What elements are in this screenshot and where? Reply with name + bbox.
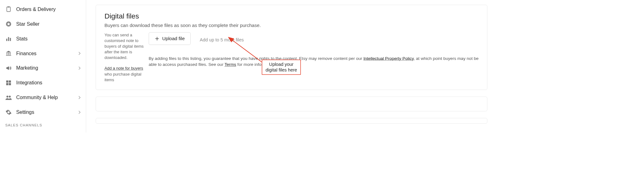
sidebar-item-integrations[interactable]: Integrations — [0, 76, 86, 90]
svg-point-15 — [6, 96, 8, 98]
sidebar-item-marketing[interactable]: Marketing — [0, 61, 86, 76]
sidebar-item-orders-delivery[interactable]: Orders & Delivery — [0, 2, 86, 17]
svg-rect-12 — [9, 81, 11, 83]
sidebar-item-label: Marketing — [16, 65, 78, 71]
chevron-right-icon — [78, 66, 81, 70]
svg-rect-10 — [6, 55, 11, 56]
star-badge-icon — [5, 21, 12, 27]
svg-point-16 — [9, 96, 11, 98]
sidebar-section-sales-channels: SALES CHANNELS — [0, 119, 86, 130]
main-content: Digital files Buyers can download these … — [86, 0, 487, 132]
sidebar-item-label: Finances — [16, 50, 78, 56]
sidebar-item-star-seller[interactable]: Star Seller — [0, 17, 86, 31]
annotation-line1: Upload your — [266, 61, 297, 67]
sidebar-item-community-help[interactable]: Community & Help — [0, 90, 86, 105]
bank-icon — [5, 50, 12, 57]
chevron-right-icon — [78, 96, 81, 99]
sidebar-item-settings[interactable]: Settings — [0, 105, 86, 120]
svg-rect-3 — [6, 39, 7, 41]
sidebar-item-stats[interactable]: Stats — [0, 31, 86, 46]
chevron-right-icon — [78, 111, 81, 114]
clipboard-icon — [5, 6, 12, 13]
sidebar-item-label: Orders & Delivery — [16, 6, 80, 12]
grid-icon — [5, 80, 12, 86]
annotation-line2: digital files here — [266, 67, 297, 73]
sidebar-item-label: Stats — [16, 36, 80, 41]
svg-rect-9 — [10, 53, 11, 55]
svg-rect-0 — [7, 7, 10, 12]
sidebar: Orders & Delivery Star Seller Stats Fina… — [0, 0, 86, 132]
megaphone-icon — [5, 65, 12, 72]
chevron-right-icon — [78, 52, 81, 55]
bar-chart-icon — [5, 35, 12, 42]
sidebar-item-label: Community & Help — [16, 95, 78, 100]
svg-rect-4 — [8, 37, 9, 41]
svg-rect-11 — [6, 81, 8, 83]
sidebar-item-label: Integrations — [16, 80, 80, 86]
svg-rect-6 — [7, 53, 7, 55]
svg-rect-5 — [10, 38, 11, 41]
annotation-arrow — [86, 0, 372, 100]
svg-rect-8 — [9, 53, 9, 55]
gear-icon — [5, 109, 12, 115]
svg-rect-14 — [9, 83, 11, 85]
sidebar-item-finances[interactable]: Finances — [0, 46, 86, 61]
sidebar-item-label: Settings — [16, 109, 78, 115]
svg-rect-13 — [6, 83, 8, 85]
svg-line-20 — [229, 37, 263, 63]
svg-rect-1 — [8, 6, 10, 7]
empty-panel-2 — [96, 118, 487, 124]
sidebar-item-label: Star Seller — [16, 21, 80, 27]
annotation-callout: Upload your digital files here — [262, 60, 301, 75]
svg-rect-7 — [8, 53, 8, 55]
people-icon — [5, 94, 12, 101]
